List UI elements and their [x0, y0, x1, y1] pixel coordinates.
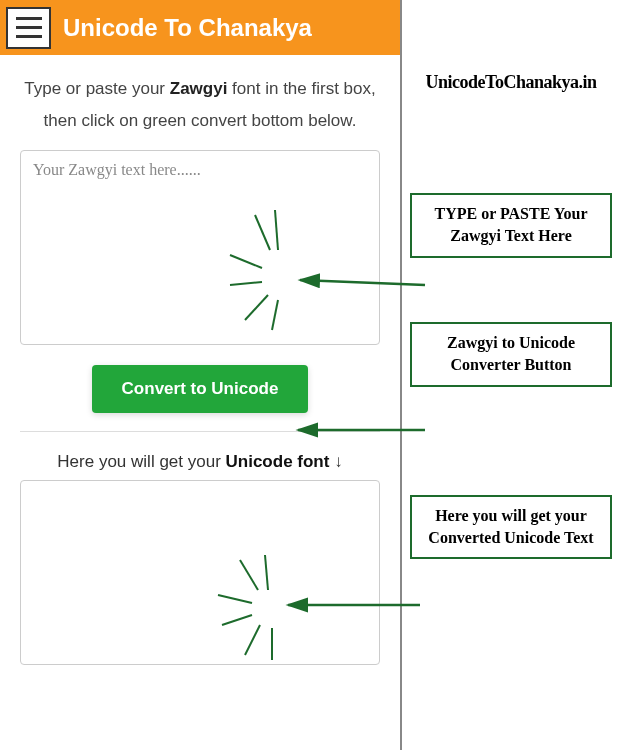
menu-icon [16, 26, 42, 29]
output-label-pre: Here you will get your [57, 452, 225, 471]
app-panel: Unicode To Chanakya Type or paste your Z… [0, 0, 400, 750]
instructions: Type or paste your Zawgyi font in the fi… [20, 73, 380, 138]
unicode-output[interactable] [20, 480, 380, 665]
zawgyi-input[interactable] [20, 150, 380, 345]
instructions-bold: Zawgyi [170, 79, 228, 98]
instructions-pre: Type or paste your [24, 79, 170, 98]
menu-icon [16, 17, 42, 20]
callout-output: Here you will get your Converted Unicode… [410, 495, 612, 560]
menu-icon [16, 35, 42, 38]
callout-input: TYPE or PASTE Your Zawgyi Text Here [410, 193, 612, 258]
divider [20, 431, 380, 432]
callout-button: Zawgyi to Unicode Converter Button [410, 322, 612, 387]
main-content: Type or paste your Zawgyi font in the fi… [0, 55, 400, 687]
output-label: Here you will get your Unicode font ↓ [20, 452, 380, 472]
convert-button[interactable]: Convert to Unicode [92, 365, 309, 413]
page-title: Unicode To Chanakya [63, 14, 312, 42]
output-label-post: ↓ [329, 452, 342, 471]
app-header: Unicode To Chanakya [0, 0, 400, 55]
annotation-panel: UnicodeToChanakya.in TYPE or PASTE Your … [400, 0, 620, 750]
site-name: UnicodeToChanakya.in [410, 72, 612, 93]
menu-button[interactable] [6, 7, 51, 49]
output-label-bold: Unicode font [226, 452, 330, 471]
